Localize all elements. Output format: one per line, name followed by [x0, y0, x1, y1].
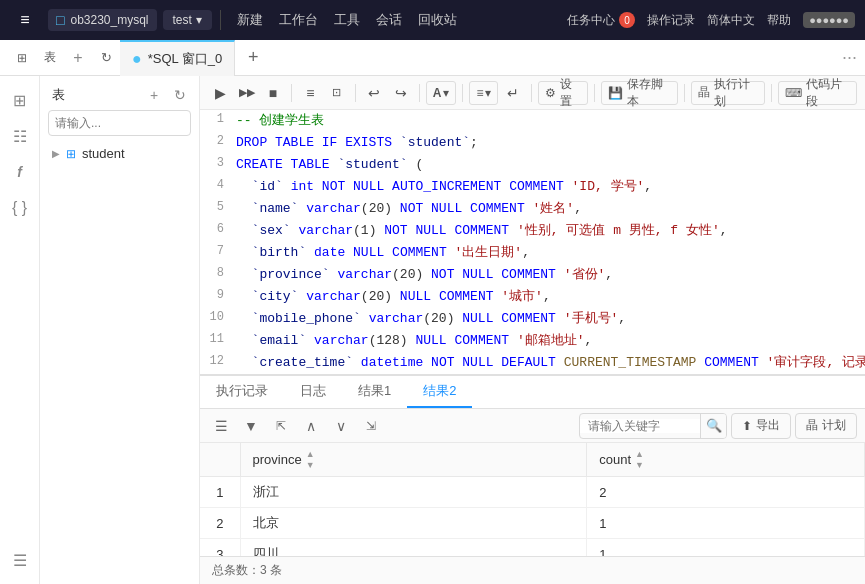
line-content-12: `create_time` datetime NOT NULL DEFAULT …: [236, 353, 865, 373]
refresh-table-btn[interactable]: ↻: [169, 84, 191, 106]
save-label: 保存脚本: [627, 76, 671, 110]
align-icon: ≡: [476, 86, 483, 100]
search-icon[interactable]: 🔍: [700, 413, 726, 439]
font-size-dropdown[interactable]: A ▾: [426, 81, 457, 105]
line-content-1: -- 创建学生表: [236, 111, 865, 131]
main-area: ⊞ ☷ f { } ☰ 表 + ↻ 🔍 ▶ ⊞ student ▶: [0, 76, 865, 584]
help-btn[interactable]: 帮助: [767, 12, 791, 29]
result-search: 🔍: [579, 413, 727, 439]
code-line-3: 3 CREATE TABLE `student` (: [200, 154, 865, 176]
table-row-2[interactable]: 2 北京 1: [200, 508, 865, 539]
result-search-input[interactable]: [580, 419, 700, 433]
row-num-3: 3: [200, 539, 240, 557]
nav-logo[interactable]: ≡: [10, 11, 40, 29]
table-search-input[interactable]: [49, 116, 191, 130]
nav-right: 任务中心 0 操作记录 简体中文 帮助 ●●●●●●: [567, 12, 855, 29]
row-1-count: 2: [587, 477, 865, 508]
down-btn[interactable]: ∨: [328, 413, 354, 439]
align-dropdown[interactable]: ≡ ▾: [469, 81, 498, 105]
run-all-btn[interactable]: ▶▶: [234, 80, 258, 106]
code-line-12: 12 `create_time` datetime NOT NULL DEFAU…: [200, 352, 865, 374]
redo-btn[interactable]: ↪: [388, 80, 412, 106]
nav-tools[interactable]: 工具: [334, 11, 360, 29]
format-dropdown-btn[interactable]: ⊡: [325, 80, 349, 106]
tab-exec-log[interactable]: 执行记录: [200, 376, 284, 408]
code-line-10: 10 `mobile_phone` varchar(20) NULL COMME…: [200, 308, 865, 330]
tab-more-btn[interactable]: ···: [842, 47, 857, 68]
stop-btn[interactable]: ■: [261, 80, 285, 106]
plan-label: 计划: [822, 417, 846, 434]
task-center-btn[interactable]: 任务中心 0: [567, 12, 635, 29]
sep6: [594, 84, 595, 102]
code-editor[interactable]: 1 -- 创建学生表 2 DROP TABLE IF EXISTS `stude…: [200, 110, 865, 374]
left-panel-icons: + ↻: [143, 84, 191, 106]
nav-recycle[interactable]: 回收站: [418, 11, 457, 29]
tab-result1[interactable]: 结果1: [342, 376, 407, 408]
table-header-row: province ▲ ▼ count: [200, 443, 865, 477]
add-table-btn[interactable]: +: [64, 44, 92, 72]
sidebar-table-icon[interactable]: ⊞: [4, 84, 36, 116]
line-num-11: 11: [200, 331, 236, 346]
col-count[interactable]: count ▲ ▼: [587, 443, 865, 477]
run-btn[interactable]: ▶: [208, 80, 232, 106]
db-name: ob3230_mysql: [70, 13, 148, 27]
save-script-btn[interactable]: 💾 保存脚本: [601, 81, 678, 105]
user-btn[interactable]: ●●●●●●: [803, 12, 855, 28]
row-1-province: 浙江: [240, 477, 587, 508]
sql-tab[interactable]: ● *SQL 窗口_0: [120, 40, 235, 76]
plan-icon: 晶: [698, 84, 710, 101]
code-editor-content[interactable]: 1 -- 创建学生表 2 DROP TABLE IF EXISTS `stude…: [200, 110, 865, 374]
tab-log[interactable]: 日志: [284, 376, 342, 408]
exec-plan-btn[interactable]: 晶 执行计划: [691, 81, 765, 105]
sidebar-menu-icon[interactable]: ☰: [4, 544, 36, 576]
left-panel-title: 表: [52, 86, 139, 104]
collapse-all-btn[interactable]: ⇱: [268, 413, 294, 439]
line-num-2: 2: [200, 133, 236, 148]
sep3: [419, 84, 420, 102]
nav-workbench[interactable]: 工作台: [279, 11, 318, 29]
sidebar: ⊞ ☷ f { } ☰: [0, 76, 40, 584]
format-btn[interactable]: ≡: [298, 80, 322, 106]
tree-item-student[interactable]: ▶ ⊞ student: [40, 142, 199, 165]
table-search: 🔍: [48, 110, 191, 136]
last-btn[interactable]: ⇲: [358, 413, 384, 439]
nav-new[interactable]: 新建: [237, 11, 263, 29]
op-log-btn[interactable]: 操作记录: [647, 12, 695, 29]
up-btn[interactable]: ∧: [298, 413, 324, 439]
snippet-btn[interactable]: ⌨ 代码片段: [778, 81, 857, 105]
undo-btn[interactable]: ↩: [362, 80, 386, 106]
nav-session[interactable]: 会话: [376, 11, 402, 29]
sep8: [771, 84, 772, 102]
code-line-5: 5 `name` varchar(20) NOT NULL COMMENT '姓…: [200, 198, 865, 220]
env-selector[interactable]: test ▾: [163, 10, 212, 30]
db-icon: □: [56, 12, 64, 28]
province-col-label: province: [253, 452, 302, 467]
code-line-1: 1 -- 创建学生表: [200, 110, 865, 132]
plan-btn[interactable]: 晶 计划: [795, 413, 857, 439]
refresh-btn[interactable]: ↻: [92, 44, 120, 72]
sidebar-snippet-icon[interactable]: { }: [4, 192, 36, 224]
table-row-1[interactable]: 1 浙江 2: [200, 477, 865, 508]
line-num-10: 10: [200, 309, 236, 324]
snippet-label: 代码片段: [806, 76, 850, 110]
table-row-3[interactable]: 3 四川 1: [200, 539, 865, 557]
line-content-2: DROP TABLE IF EXISTS `student`;: [236, 133, 865, 153]
status-bar: 总条数：3 条: [200, 556, 865, 584]
sidebar-func-icon[interactable]: f: [4, 156, 36, 188]
export-btn[interactable]: ⬆ 导出: [731, 413, 791, 439]
filter-icon[interactable]: ☰: [208, 413, 234, 439]
tab-result2[interactable]: 结果2: [407, 376, 472, 408]
sort-down-icon-count: ▼: [635, 460, 644, 470]
lang-btn[interactable]: 简体中文: [707, 12, 755, 29]
add-table-btn2[interactable]: +: [143, 84, 165, 106]
code-line-11: 11 `email` varchar(128) NULL COMMENT '邮箱…: [200, 330, 865, 352]
table-icon-btn[interactable]: ⊞: [8, 44, 36, 72]
add-tab-btn[interactable]: +: [239, 44, 267, 72]
filter-btn[interactable]: ▼: [238, 413, 264, 439]
font-size-chevron: ▾: [443, 86, 449, 100]
col-province[interactable]: province ▲ ▼: [240, 443, 587, 477]
nav-db-tag[interactable]: □ ob3230_mysql: [48, 9, 157, 31]
wrap-btn[interactable]: ↵: [500, 80, 524, 106]
settings-btn[interactable]: ⚙ 设置: [538, 81, 589, 105]
sidebar-history-icon[interactable]: ☷: [4, 120, 36, 152]
